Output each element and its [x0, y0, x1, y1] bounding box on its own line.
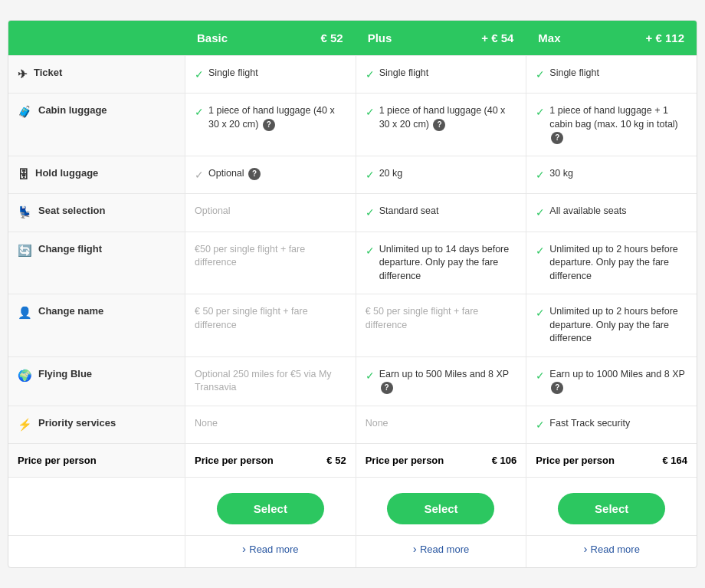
price-basic-label: Price per person: [195, 455, 274, 466]
price-max-cell: Price per person € 164: [526, 443, 697, 477]
priority-services-plus-value: None: [356, 406, 526, 444]
flying-blue-max-text: Earn up to 1000 Miles and 8 XP ?: [549, 368, 687, 395]
ticket-basic-text: Single flight: [208, 67, 346, 80]
priority-services-max-text: Fast Track security: [549, 417, 687, 431]
cabin-basic-check: ✓: [195, 105, 204, 120]
select-basic-button[interactable]: Select: [217, 493, 324, 524]
flying-blue-max-help[interactable]: ?: [551, 382, 563, 394]
plan-plus-price: + € 54: [481, 31, 513, 44]
pricing-table: Basic € 52 Plus + € 54 Max + € 112 ✈ Tic…: [8, 20, 697, 569]
ticket-icon: ✈: [18, 67, 28, 81]
ticket-basic-value: ✓ Single flight: [185, 55, 356, 94]
cabin-luggage-label-text: Cabin luggage: [38, 104, 107, 116]
ticket-plus-check: ✓: [366, 67, 375, 83]
hold-luggage-basic-value: ✓ Optional ?: [185, 156, 356, 194]
change-flight-basic-text: €50 per single flight + fare difference: [195, 243, 346, 270]
header-label-cell: [8, 21, 185, 55]
flying-blue-basic-value: Optional 250 miles for €5 via My Transav…: [185, 356, 356, 406]
header-max: Max + € 112: [526, 21, 697, 55]
ticket-max-value: ✓ Single flight: [526, 55, 697, 94]
read-more-plus-link[interactable]: Read more: [413, 544, 469, 555]
ticket-max-text: Single flight: [549, 67, 687, 80]
flying-blue-plus-help[interactable]: ?: [381, 382, 393, 394]
feature-seat-selection-label: 💺 Seat selection: [8, 193, 185, 232]
hold-max-text: 30 kg: [549, 167, 687, 181]
change-flight-label-text: Change flight: [38, 243, 102, 255]
plan-basic-name: Basic: [197, 31, 228, 44]
change-flight-max-check: ✓: [536, 244, 545, 259]
cabin-plus-text: 1 piece of hand luggage (40 x 30 x 20 cm…: [379, 104, 517, 131]
feature-change-flight-label: 🔄 Change flight: [8, 232, 185, 294]
price-max-value: € 164: [662, 455, 687, 466]
price-basic-cell: Price per person € 52: [185, 443, 356, 477]
change-flight-max-value: ✓ Unlimited up to 2 hours before departu…: [526, 232, 697, 294]
feature-flying-blue-label: 🌍 Flying Blue: [8, 356, 185, 406]
cabin-luggage-icon: 🧳: [18, 105, 32, 119]
priority-services-max-value: ✓ Fast Track security: [526, 406, 697, 444]
ticket-plus-text: Single flight: [379, 67, 517, 80]
change-flight-max-text: Unlimited up to 2 hours before departure…: [549, 243, 687, 284]
cabin-basic-text: 1 piece of hand luggage (40 x 30 x 20 cm…: [208, 104, 346, 131]
ticket-basic-check: ✓: [195, 67, 204, 83]
seat-selection-icon: 💺: [18, 205, 32, 219]
select-label-cell: [8, 477, 185, 535]
priority-services-basic-value: None: [185, 406, 356, 444]
hold-luggage-icon: 🗄: [18, 168, 29, 181]
price-max-label: Price per person: [536, 455, 615, 466]
priority-services-icon: ⚡: [18, 418, 32, 432]
feature-change-name-label: 👤 Change name: [8, 294, 185, 356]
change-flight-plus-text: Unlimited up to 14 days before departure…: [379, 243, 517, 284]
feature-cabin-luggage-label: 🧳 Cabin luggage: [8, 93, 185, 156]
price-per-person-label: Price per person: [18, 455, 97, 466]
flying-blue-max-value: ✓ Earn up to 1000 Miles and 8 XP ?: [526, 356, 697, 406]
cabin-max-help[interactable]: ?: [551, 132, 563, 144]
change-flight-plus-check: ✓: [366, 244, 375, 259]
select-basic-cell: Select: [185, 477, 356, 535]
read-more-basic-cell: Read more: [185, 535, 356, 567]
plan-max-price: + € 112: [646, 31, 684, 44]
priority-services-basic-text: None: [195, 417, 346, 431]
change-flight-plus-value: ✓ Unlimited up to 14 days before departu…: [356, 232, 526, 294]
hold-basic-help[interactable]: ?: [248, 168, 261, 180]
change-name-basic-text: € 50 per single flight + fare difference: [195, 305, 346, 332]
flying-blue-plus-value: ✓ Earn up to 500 Miles and 8 XP ?: [356, 356, 526, 406]
cabin-plus-check: ✓: [366, 105, 375, 120]
hold-max-check: ✓: [536, 168, 545, 183]
change-name-max-value: ✓ Unlimited up to 2 hours before departu…: [526, 294, 697, 356]
ticket-label-text: Ticket: [34, 67, 62, 78]
price-plus-value: € 106: [492, 455, 517, 466]
cabin-max-text: 1 piece of hand luggage + 1 cabin bag (m…: [549, 104, 687, 145]
read-more-plus-cell: Read more: [356, 535, 526, 567]
hold-basic-text: Optional ?: [208, 167, 346, 181]
hold-plus-text: 20 kg: [379, 167, 517, 181]
header-basic: Basic € 52: [185, 21, 356, 55]
ticket-max-check: ✓: [536, 67, 545, 83]
change-name-icon: 👤: [18, 306, 32, 320]
plan-plus-name: Plus: [368, 31, 392, 44]
price-plus-cell: Price per person € 106: [356, 443, 526, 477]
change-flight-basic-value: €50 per single flight + fare difference: [185, 232, 356, 294]
flying-blue-basic-text: Optional 250 miles for €5 via My Transav…: [195, 368, 346, 395]
flying-blue-label-text: Flying Blue: [38, 368, 92, 379]
select-plus-cell: Select: [356, 477, 526, 535]
cabin-plus-help[interactable]: ?: [433, 119, 445, 131]
change-name-basic-value: € 50 per single flight + fare difference: [185, 294, 356, 356]
cabin-luggage-basic-value: ✓ 1 piece of hand luggage (40 x 30 x 20 …: [185, 93, 356, 156]
select-plus-button[interactable]: Select: [387, 493, 494, 524]
change-name-max-check: ✓: [536, 306, 545, 321]
price-plus-label: Price per person: [366, 455, 444, 466]
cabin-basic-help[interactable]: ?: [263, 119, 275, 131]
price-basic-value: € 52: [326, 455, 346, 466]
flying-blue-plus-check: ✓: [366, 369, 375, 384]
select-max-button[interactable]: Select: [558, 493, 665, 524]
seat-selection-max-value: ✓ All available seats: [526, 193, 697, 232]
seat-basic-text: Optional: [195, 205, 346, 218]
hold-luggage-label-text: Hold luggage: [35, 167, 98, 179]
read-more-max-cell: Read more: [526, 535, 697, 567]
priority-services-plus-text: None: [366, 417, 517, 431]
read-more-basic-link[interactable]: Read more: [242, 544, 298, 555]
cabin-max-check: ✓: [536, 105, 545, 120]
seat-plus-text: Standard seat: [379, 205, 517, 218]
read-more-max-link[interactable]: Read more: [583, 544, 639, 555]
flying-blue-icon: 🌍: [18, 369, 32, 383]
